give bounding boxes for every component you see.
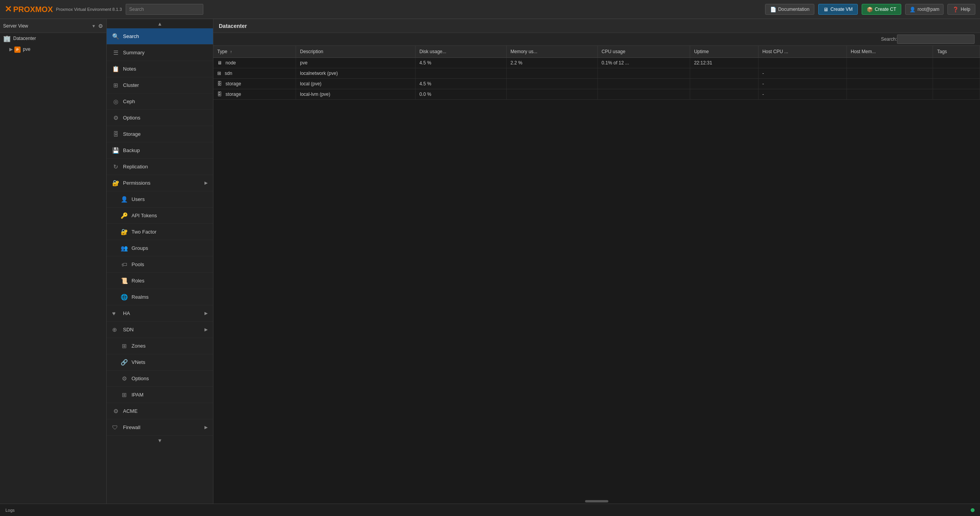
zones-nav-label: Zones [132, 343, 145, 349]
col-header-description[interactable]: Description [296, 46, 416, 58]
nav-item-api-tokens[interactable]: 🔑 API Tokens [107, 208, 213, 224]
firewall-nav-icon: 🛡 [112, 424, 119, 431]
col-header-host-mem[interactable]: Host Mem... [847, 46, 933, 58]
server-view-gear-icon[interactable]: ⚙ [98, 23, 103, 29]
vm-icon: 🖥 [823, 7, 828, 12]
logo-proxmox: PROXMOX [13, 5, 53, 14]
nav-item-replication[interactable]: ↻ Replication [107, 159, 213, 175]
row-disk-1 [415, 68, 506, 79]
storage-nav-label: Storage [123, 131, 141, 137]
tree-item-pve[interactable]: ▶ P pve [0, 44, 106, 55]
api-tokens-nav-icon: 🔑 [121, 212, 128, 219]
row-uptime-0: 22:12:31 [690, 58, 758, 68]
nav-item-storage[interactable]: 🗄 Storage [107, 126, 213, 142]
api-tokens-nav-label: API Tokens [132, 213, 157, 218]
nav-item-pools[interactable]: 🏷 Pools [107, 256, 213, 273]
ha-nav-icon: ♥ [112, 310, 119, 317]
search-nav-icon: 🔍 [112, 33, 119, 40]
nav-item-zones[interactable]: ⊞ Zones [107, 338, 213, 354]
status-bar: Logs [0, 504, 980, 516]
nav-scroll-down[interactable]: ▼ [107, 436, 213, 445]
tree-item-datacenter[interactable]: 🏢 Datacenter [0, 33, 106, 44]
options-nav-icon: ⚙ [112, 114, 119, 121]
roles-nav-label: Roles [132, 278, 144, 284]
replication-nav-icon: ↻ [112, 163, 119, 170]
row-desc-2: local (pve) [296, 79, 416, 89]
pve-label: pve [23, 47, 30, 52]
content-area: Datacenter Search: Type ↑ [213, 19, 980, 504]
pve-expand-icon: ▶ [9, 47, 13, 52]
users-nav-label: Users [132, 196, 145, 202]
server-view-label: Server View [3, 23, 89, 29]
col-header-tags[interactable]: Tags [933, 46, 980, 58]
side-nav: ▲ 🔍 Search ☰ Summary 📋 Notes ⊞ Cluster ◎… [107, 19, 213, 504]
nav-item-acme[interactable]: ⚙ ACME [107, 403, 213, 419]
row-cpu-0: 0.1% of 12 ... [597, 58, 690, 68]
content-search-input[interactable] [897, 35, 975, 44]
table-row[interactable]: 🗄 storage local-lvm (pve) 0.0 % - [213, 89, 980, 100]
nav-item-sdn[interactable]: ⊕ SDN ▶ [107, 322, 213, 338]
cluster-nav-icon: ⊞ [112, 82, 119, 89]
nav-item-ceph[interactable]: ◎ Ceph [107, 94, 213, 110]
nav-item-summary[interactable]: ☰ Summary [107, 45, 213, 61]
datacenter-icon: 🏢 [3, 35, 11, 42]
content-section-title: Datacenter [219, 23, 247, 29]
realms-nav-label: Realms [132, 294, 149, 300]
col-header-type[interactable]: Type ↑ [213, 46, 296, 58]
nav-item-notes[interactable]: 📋 Notes [107, 61, 213, 77]
notes-nav-label: Notes [123, 66, 136, 72]
col-header-disk-usage[interactable]: Disk usage... [415, 46, 506, 58]
help-button[interactable]: ❓ Help [947, 4, 975, 15]
nav-item-sdn-options[interactable]: ⚙ Options [107, 371, 213, 387]
vnets-nav-label: VNets [132, 359, 145, 365]
create-ct-button[interactable]: 📦 Create CT [862, 4, 901, 15]
create-vm-button[interactable]: 🖥 Create VM [818, 4, 857, 15]
storage-type-icon-2: 🗄 [217, 92, 222, 97]
col-header-host-cpu[interactable]: Host CPU ... [758, 46, 847, 58]
row-desc-0: pve [296, 58, 416, 68]
nav-item-search[interactable]: 🔍 Search [107, 28, 213, 45]
nav-item-two-factor[interactable]: 🔐 Two Factor [107, 224, 213, 240]
zones-nav-icon: ⊞ [121, 343, 128, 350]
logs-label[interactable]: Logs [5, 508, 15, 513]
col-header-cpu-usage[interactable]: CPU usage [597, 46, 690, 58]
horizontal-scrollbar[interactable] [213, 499, 980, 504]
server-view-dropdown-icon[interactable]: ▼ [92, 24, 96, 28]
nav-item-vnets[interactable]: 🔗 VNets [107, 354, 213, 371]
table-row[interactable]: 🖥 node pve 4.5 % 2.2 % 0.1% of 12 ... 22… [213, 58, 980, 68]
nav-item-realms[interactable]: 🌐 Realms [107, 289, 213, 305]
row-tags-2 [933, 79, 980, 89]
nav-item-groups[interactable]: 👥 Groups [107, 240, 213, 256]
table-row[interactable]: 🗄 storage local (pve) 4.5 % - [213, 79, 980, 89]
row-hmem-0 [847, 58, 933, 68]
help-label: Help [961, 7, 970, 12]
nav-item-firewall[interactable]: 🛡 Firewall ▶ [107, 419, 213, 436]
nav-item-backup[interactable]: 💾 Backup [107, 142, 213, 159]
nav-item-cluster[interactable]: ⊞ Cluster [107, 77, 213, 94]
top-search-input[interactable] [126, 4, 203, 15]
nav-item-ipam[interactable]: ⊞ IPAM [107, 387, 213, 403]
table-row[interactable]: ⊞ sdn localnetwork (pve) - [213, 68, 980, 79]
col-header-uptime[interactable]: Uptime [690, 46, 758, 58]
nav-item-permissions[interactable]: 🔐 Permissions ▶ [107, 175, 213, 191]
row-disk-3: 0.0 % [415, 89, 506, 100]
row-uptime-2 [690, 79, 758, 89]
sdn-expand-icon: ▶ [204, 327, 208, 332]
row-tags-0 [933, 58, 980, 68]
nav-item-users[interactable]: 👤 Users [107, 191, 213, 208]
user-menu-button[interactable]: 👤 root@pam [905, 4, 944, 15]
col-header-memory-usage[interactable]: Memory us... [506, 46, 597, 58]
groups-nav-icon: 👥 [121, 245, 128, 252]
nav-item-ha[interactable]: ♥ HA ▶ [107, 305, 213, 322]
table-container: Type ↑ Description Disk usage... Memory … [213, 46, 980, 504]
row-disk-0: 4.5 % [415, 58, 506, 68]
row-type-storage2: 🗄 storage [213, 89, 296, 100]
nav-item-options[interactable]: ⚙ Options [107, 110, 213, 126]
create-ct-label: Create CT [875, 7, 896, 12]
row-hmem-1 [847, 68, 933, 79]
documentation-button[interactable]: 📄 Documentation [765, 4, 815, 15]
nav-item-roles[interactable]: 📜 Roles [107, 273, 213, 289]
notes-nav-icon: 📋 [112, 66, 119, 73]
proxmox-logo: ✕ PROXMOX Proxmox Virtual Environment 8.… [5, 4, 122, 14]
nav-scroll-up[interactable]: ▲ [107, 19, 213, 28]
